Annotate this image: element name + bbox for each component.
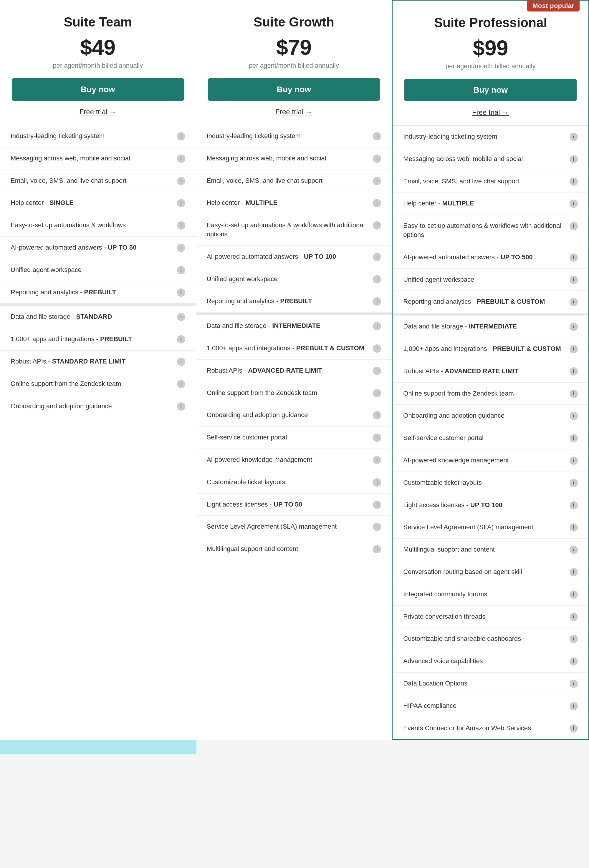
info-icon[interactable]: i (570, 177, 578, 186)
info-icon[interactable]: i (570, 345, 578, 353)
info-icon[interactable]: i (570, 613, 578, 621)
feature-item: Help center - MULTIPLE i (196, 192, 392, 214)
info-icon[interactable]: i (177, 177, 185, 185)
feature-text: Onboarding and adoption guidance (10, 402, 177, 411)
info-icon[interactable]: i (177, 199, 185, 207)
feature-text: Messaging across web, mobile and social (207, 154, 373, 163)
info-icon[interactable]: i (177, 335, 185, 344)
feature-text: Email, voice, SMS, and live chat support (207, 176, 373, 185)
info-icon[interactable]: i (177, 357, 185, 366)
info-icon[interactable]: i (570, 298, 578, 306)
info-icon[interactable]: i (177, 313, 185, 321)
feature-item: Self-service customer portal i (392, 427, 588, 449)
info-icon[interactable]: i (373, 500, 381, 509)
info-icon[interactable]: i (373, 523, 381, 531)
plan-billing: per agent/month billed annually (404, 62, 577, 70)
feature-item: Data Location Options i (392, 673, 588, 695)
info-icon[interactable]: i (177, 288, 185, 297)
info-icon[interactable]: i (570, 368, 578, 376)
info-icon[interactable]: i (177, 132, 185, 140)
feature-item: Light access licenses - UP TO 100 i (392, 494, 588, 517)
free-trial-link[interactable]: Free trial (12, 108, 184, 116)
feature-text: Robust APIs - STANDARD RATE LIMIT (10, 357, 177, 366)
plan-billing: per agent/month billed annually (208, 62, 380, 69)
info-icon[interactable]: i (570, 133, 578, 141)
feature-text: Data and file storage - INTERMEDIATE (207, 322, 373, 331)
buy-now-button[interactable]: Buy now (12, 78, 184, 101)
info-icon[interactable]: i (373, 199, 381, 207)
info-icon[interactable]: i (373, 177, 381, 185)
info-icon[interactable]: i (177, 155, 185, 163)
info-icon[interactable]: i (570, 635, 578, 643)
feature-text: AI-powered automated answers - UP TO 500 (403, 253, 570, 262)
info-icon[interactable]: i (373, 478, 381, 487)
info-icon[interactable]: i (570, 657, 578, 666)
info-icon[interactable]: i (373, 275, 381, 283)
info-icon[interactable]: i (570, 702, 578, 710)
info-icon[interactable]: i (570, 456, 578, 465)
plan-price: $99 (404, 36, 577, 60)
info-icon[interactable]: i (373, 221, 381, 230)
info-icon[interactable]: i (373, 367, 381, 375)
info-icon[interactable]: i (570, 254, 578, 262)
info-icon[interactable]: i (570, 323, 578, 331)
info-icon[interactable]: i (570, 479, 578, 487)
plan-header-suite-team: Suite Team $49 per agent/month billed an… (0, 0, 196, 125)
info-icon[interactable]: i (570, 434, 578, 442)
info-icon[interactable]: i (373, 297, 381, 306)
features-list: Industry-leading ticketing system i Mess… (392, 126, 588, 739)
feature-text: Customizable and shareable dashboards (403, 634, 570, 644)
feature-text: Private conversation threads (403, 612, 570, 621)
info-icon[interactable]: i (570, 724, 578, 732)
buy-now-button[interactable]: Buy now (208, 78, 380, 101)
info-icon[interactable]: i (570, 501, 578, 509)
free-trial-link[interactable]: Free trial (404, 108, 577, 117)
info-icon[interactable]: i (373, 322, 381, 330)
info-icon[interactable]: i (570, 390, 578, 398)
info-icon[interactable]: i (373, 545, 381, 554)
free-trial-link[interactable]: Free trial (208, 108, 380, 116)
feature-item: AI-powered automated answers - UP TO 500… (392, 247, 588, 269)
feature-item: Industry-leading ticketing system i (0, 125, 196, 148)
info-icon[interactable]: i (570, 523, 578, 531)
info-icon[interactable]: i (373, 434, 381, 442)
feature-item: Messaging across web, mobile and social … (0, 148, 196, 170)
info-icon[interactable]: i (177, 380, 185, 388)
info-icon[interactable]: i (177, 221, 185, 230)
info-icon[interactable]: i (570, 546, 578, 554)
feature-item: Online support from the Zendesk team i (392, 382, 588, 405)
feature-text: Light access licenses - UP TO 100 (403, 500, 570, 510)
info-icon[interactable]: i (373, 456, 381, 464)
info-icon[interactable]: i (373, 389, 381, 397)
feature-text: Service Level Agreement (SLA) management (207, 522, 373, 531)
plan-name: Suite Professional (404, 15, 577, 30)
info-icon[interactable]: i (570, 412, 578, 420)
info-icon[interactable]: i (570, 199, 578, 208)
info-icon[interactable]: i (177, 402, 185, 410)
info-icon[interactable]: i (177, 244, 185, 252)
info-icon[interactable]: i (570, 276, 578, 284)
buy-now-button[interactable]: Buy now (404, 79, 577, 101)
feature-item: AI-powered knowledge management i (392, 449, 588, 472)
feature-item: Email, voice, SMS, and live chat support… (196, 170, 392, 192)
info-icon[interactable]: i (373, 253, 381, 261)
info-icon[interactable]: i (570, 568, 578, 576)
feature-text: Data and file storage - STANDARD (10, 312, 177, 322)
info-icon[interactable]: i (570, 590, 578, 599)
info-icon[interactable]: i (177, 266, 185, 274)
info-icon[interactable]: i (373, 411, 381, 419)
feature-text: Help center - MULTIPLE (403, 199, 570, 208)
info-icon[interactable]: i (373, 344, 381, 353)
info-icon[interactable]: i (570, 222, 578, 230)
feature-text: Onboarding and adoption guidance (207, 410, 373, 420)
feature-item: Easy-to-set up automations & workflows w… (392, 215, 588, 247)
feature-item: Industry-leading ticketing system i (392, 126, 588, 148)
info-icon[interactable]: i (373, 155, 381, 163)
info-icon[interactable]: i (570, 680, 578, 688)
feature-text: 1,000+ apps and integrations - PREBUILT (10, 335, 177, 344)
info-icon[interactable]: i (570, 155, 578, 163)
info-icon[interactable]: i (373, 132, 381, 140)
feature-item: Help center - SINGLE i (0, 192, 196, 214)
feature-text: Industry-leading ticketing system (10, 131, 177, 141)
plan-header-suite-professional: Suite Professional $99 per agent/month b… (392, 1, 588, 126)
